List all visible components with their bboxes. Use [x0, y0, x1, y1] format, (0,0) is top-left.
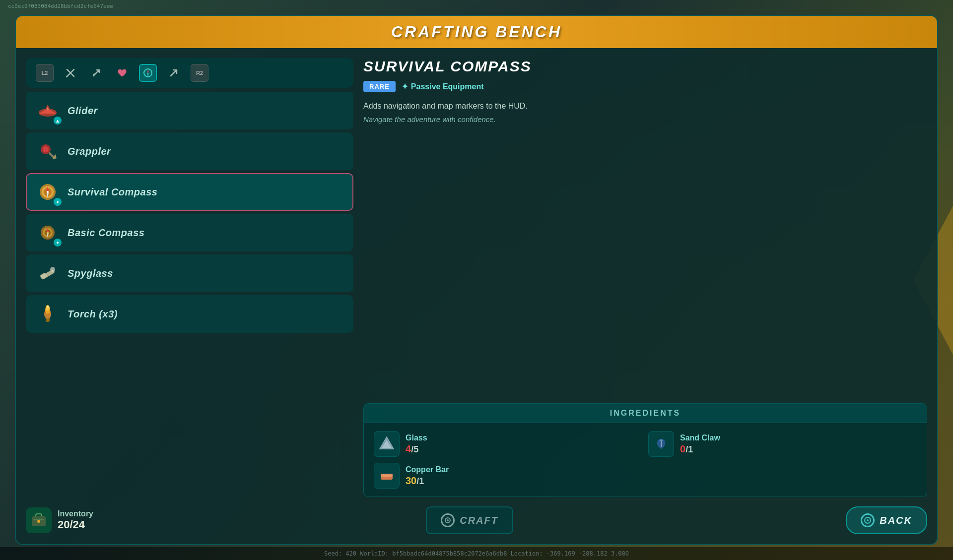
ingredient-copper-bar: Copper Bar 30/1	[374, 463, 642, 489]
craft-button-icon	[441, 513, 455, 527]
item-glider[interactable]: ▲ Glider	[26, 92, 353, 129]
craft-label: CRAFT	[460, 515, 498, 526]
back-button-icon	[861, 513, 875, 527]
tab-arrow[interactable]	[165, 64, 183, 82]
survival-compass-icon: ✦	[35, 179, 61, 205]
svg-point-30	[37, 520, 40, 523]
item-flavor: Navigate the adventure with confidence.	[363, 115, 927, 124]
inventory-display: Inventory 20/24	[26, 507, 93, 533]
svg-rect-27	[382, 475, 392, 477]
item-torch[interactable]: Torch (x3)	[26, 295, 353, 333]
sand-claw-need: /1	[685, 444, 693, 454]
copper-bar-icon	[374, 463, 400, 489]
glider-icon: ▲	[35, 98, 61, 124]
glass-info: Glass 4/5	[406, 434, 427, 455]
sand-claw-name: Sand Claw	[680, 434, 720, 442]
main-panel: CRAFTING BENCH L2	[15, 15, 938, 545]
tab-r2[interactable]: R2	[191, 64, 208, 82]
inventory-icon	[26, 507, 52, 533]
back-label: BACK	[880, 515, 912, 526]
svg-point-16	[50, 267, 55, 272]
tab-l2[interactable]: L2	[36, 64, 54, 82]
right-panel: SURVIVAL COMPASS RARE ✦ Passive Equipmen…	[363, 58, 927, 532]
user-id: cc0ec9f083084dd28bbfcd2cfe647eee	[8, 3, 113, 9]
survival-compass-name: Survival Compass	[68, 187, 157, 198]
spyglass-icon	[35, 260, 61, 286]
svg-point-34	[867, 519, 869, 521]
copper-bar-count: 30/1	[406, 475, 449, 487]
ingredient-glass: Glass 4/5	[374, 431, 642, 457]
panel-title: CRAFTING BENCH	[26, 23, 927, 41]
glass-name: Glass	[406, 434, 427, 442]
svg-point-0	[69, 72, 71, 74]
copper-bar-have: 30	[406, 475, 416, 486]
tab-compass[interactable]	[139, 64, 157, 82]
sand-claw-have: 0	[680, 443, 685, 454]
glider-name: Glider	[68, 105, 98, 117]
inventory-label: Inventory	[58, 509, 93, 518]
back-button[interactable]: BACK	[846, 506, 927, 534]
rarity-badge: RARE	[363, 81, 396, 92]
spyglass-name: Spyglass	[68, 268, 113, 279]
basic-compass-icon: ✦	[35, 220, 61, 246]
grappler-icon	[35, 138, 61, 164]
copper-bar-need: /1	[416, 476, 424, 486]
basic-compass-name: Basic Compass	[68, 227, 144, 239]
survival-compass-star: ✦	[54, 198, 62, 206]
svg-point-32	[447, 519, 449, 521]
sand-claw-count: 0/1	[680, 443, 720, 455]
svg-point-9	[47, 191, 49, 193]
basic-compass-star: ✦	[54, 239, 62, 247]
inventory-count: 20/24	[58, 518, 93, 531]
left-panel: L2	[26, 58, 353, 532]
tab-bar: L2	[26, 58, 353, 88]
copper-bar-info: Copper Bar 30/1	[406, 465, 449, 487]
ingredient-sand-claw: Sand Claw 0/1	[648, 431, 917, 457]
inventory-text: Inventory 20/24	[58, 509, 93, 531]
grappler-name: Grappler	[68, 146, 111, 157]
tab-heart[interactable]	[113, 64, 131, 82]
tab-melee[interactable]	[62, 64, 79, 82]
svg-point-21	[47, 306, 49, 309]
item-survival-compass[interactable]: ✦ Survival Compass	[26, 173, 353, 211]
item-grappler[interactable]: Grappler	[26, 132, 353, 170]
ingredients-header: INGREDIENTS	[364, 404, 927, 423]
glass-have: 4	[406, 443, 411, 454]
content-area: L2	[16, 48, 937, 542]
glass-count: 4/5	[406, 443, 427, 455]
bottom-bar: Inventory 20/24 CRAFT BACK	[26, 506, 927, 534]
torch-name: Torch (x3)	[68, 309, 118, 320]
torch-icon	[35, 301, 61, 327]
item-basic-compass[interactable]: ✦ Basic Compass	[26, 214, 353, 251]
ingredients-section: INGREDIENTS Glass	[363, 403, 927, 497]
item-spyglass[interactable]: Spyglass	[26, 254, 353, 292]
passive-type: Passive Equipment	[411, 82, 484, 91]
title-bar: CRAFTING BENCH	[16, 16, 937, 48]
item-list: ▲ Glider Grappler	[26, 92, 353, 333]
passive-label: ✦ Passive Equipment	[402, 82, 484, 91]
tab-sword2[interactable]	[87, 64, 105, 82]
svg-point-13	[47, 232, 49, 234]
glass-need: /5	[411, 444, 418, 454]
rarity-row: RARE ✦ Passive Equipment	[363, 81, 927, 92]
item-description: Adds navigation and map markers to the H…	[363, 100, 927, 112]
glass-icon	[374, 431, 400, 457]
svg-point-5	[43, 146, 49, 152]
ingredients-grid: Glass 4/5	[364, 423, 927, 497]
sand-claw-info: Sand Claw 0/1	[680, 434, 720, 455]
glider-upgrade-star: ▲	[54, 117, 62, 124]
seed-bar: Seed: 420 WorldID: bf5bbadc64d04875b858c…	[0, 547, 953, 560]
sand-claw-icon	[648, 431, 674, 457]
item-detail-name: SURVIVAL COMPASS	[363, 58, 927, 75]
copper-bar-name: Copper Bar	[406, 465, 449, 474]
craft-button[interactable]: CRAFT	[426, 506, 513, 534]
plus-symbol: ✦	[402, 82, 408, 91]
